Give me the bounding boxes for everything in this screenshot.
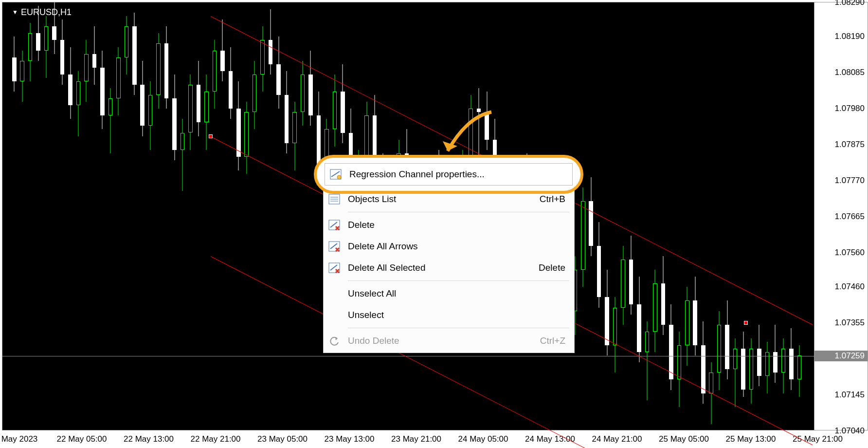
highlighted-menu-item[interactable]: Regression Channel properties...: [314, 155, 583, 194]
menu-item-label: Delete All Selected: [344, 262, 539, 273]
symbol-label[interactable]: EURUSD,H1: [12, 7, 72, 18]
time-axis[interactable]: 19 May 202322 May 05:0022 May 13:0022 Ma…: [2, 430, 814, 448]
menu-item[interactable]: Unselect: [325, 304, 573, 326]
menu-item[interactable]: Delete All Arrows: [325, 236, 573, 257]
candle: [188, 75, 193, 150]
candle: [197, 61, 201, 136]
candle: [172, 75, 177, 160]
menu-item-label: Unselect All: [344, 288, 565, 299]
candle: [725, 300, 729, 379]
candle: [637, 277, 641, 362]
menu-separator: [348, 280, 569, 281]
menu-item[interactable]: Delete: [325, 214, 573, 236]
candle: [269, 9, 273, 75]
menu-separator: [348, 212, 569, 212]
channel-properties-icon: [325, 169, 346, 180]
time-tick: 19 May 2023: [0, 434, 37, 444]
time-tick: 24 May 21:00: [592, 434, 642, 444]
candle: [148, 81, 153, 150]
candle: [164, 26, 169, 109]
trend-del-icon: [325, 220, 344, 230]
candle: [276, 37, 281, 109]
price-tick: 1.07460: [835, 282, 865, 292]
candle: [741, 332, 745, 397]
candle: [68, 47, 72, 119]
candle: [589, 177, 593, 256]
price-tick: 1.08085: [835, 68, 865, 77]
candle: [28, 23, 33, 81]
candle: [229, 47, 233, 119]
time-tick: 25 May 05:00: [659, 434, 709, 444]
candle: [125, 16, 129, 75]
candle: [661, 256, 666, 335]
candle: [773, 325, 778, 383]
menu-item-label: Objects List: [344, 194, 540, 205]
current-price-label: 1.07259: [814, 351, 868, 361]
candle: [76, 71, 81, 136]
menu-item-shortcut: Ctrl+Z: [540, 336, 573, 346]
menu-item[interactable]: Unselect All: [325, 283, 573, 304]
candle: [156, 33, 161, 109]
time-tick: 22 May 05:00: [57, 434, 107, 444]
channel-handle[interactable]: [209, 134, 213, 138]
undo-icon: [325, 336, 344, 346]
candle: [204, 75, 209, 150]
menu-item: Undo DeleteCtrl+Z: [325, 330, 573, 352]
time-tick: 25 May 13:00: [726, 434, 776, 444]
candle: [613, 297, 617, 373]
candle: [717, 311, 722, 390]
candle: [797, 345, 802, 397]
candle: [244, 102, 249, 174]
candle: [669, 304, 673, 390]
candle: [629, 236, 633, 315]
price-tick: 1.07355: [835, 318, 865, 328]
candle: [140, 61, 145, 136]
menu-item-label: Delete All Arrows: [344, 241, 565, 252]
candle: [220, 19, 225, 81]
time-tick: 23 May 05:00: [257, 434, 307, 444]
candle: [181, 119, 185, 191]
candle: [132, 13, 137, 95]
candle: [44, 16, 49, 78]
price-axis[interactable]: 1.082901.081901.080851.079801.078751.077…: [814, 2, 868, 430]
candle: [653, 270, 657, 352]
price-tick: 1.07980: [835, 104, 865, 113]
candle: [685, 287, 689, 366]
candle: [285, 71, 289, 153]
candle: [12, 37, 17, 92]
menu-item[interactable]: Delete All SelectedDelete: [325, 257, 573, 279]
time-tick: 22 May 13:00: [124, 434, 174, 444]
menu-item-label: Undo Delete: [344, 336, 540, 346]
candle: [581, 187, 585, 287]
candle: [213, 40, 217, 109]
price-tick: 1.07560: [835, 248, 865, 258]
candle: [308, 51, 313, 126]
price-tick: 1.07145: [835, 390, 865, 400]
candle: [20, 51, 24, 102]
price-tick: 1.07770: [835, 176, 865, 186]
menu-item-shortcut: Delete: [539, 262, 573, 273]
candle: [597, 222, 601, 308]
candle: [677, 332, 682, 407]
time-tick: 22 May 21:00: [191, 434, 241, 444]
candle: [789, 328, 794, 390]
candle: [301, 61, 305, 126]
candle: [341, 64, 345, 143]
candle: [733, 338, 738, 407]
candle: [60, 19, 65, 85]
price-tick: 1.08290: [835, 0, 865, 7]
list-icon: [325, 194, 344, 205]
channel-handle[interactable]: [744, 321, 748, 325]
context-menu: Objects ListCtrl+BDeleteDelete All Arrow…: [323, 187, 575, 353]
candle: [693, 277, 697, 355]
candle: [621, 246, 625, 325]
time-tick: 24 May 05:00: [458, 434, 508, 444]
time-tick: 23 May 13:00: [325, 434, 375, 444]
candle: [333, 75, 337, 147]
price-tick: 1.07665: [835, 212, 865, 222]
price-tick: 1.07875: [835, 140, 865, 149]
candle: [92, 26, 97, 85]
time-tick: 23 May 21:00: [391, 434, 441, 444]
candle: [260, 26, 265, 92]
menu-separator: [348, 328, 569, 328]
